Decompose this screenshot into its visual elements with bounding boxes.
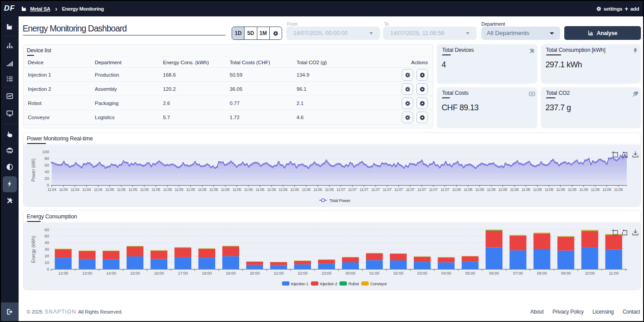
svg-text:11:06: 11:06 [279,187,287,192]
svg-text:11:07: 11:07 [394,187,403,192]
svg-text:11:05: 11:05 [105,187,114,192]
svg-text:17:00: 17:00 [178,271,187,275]
svg-text:60: 60 [44,227,49,232]
svg-text:18:00: 18:00 [202,271,211,275]
svg-text:11:06: 11:06 [267,187,276,192]
svg-text:40: 40 [44,240,49,245]
svg-text:11:07: 11:07 [360,187,369,192]
svg-text:00:00: 00:00 [345,271,355,275]
svg-text:11:08: 11:08 [533,187,542,192]
svg-text:11:08: 11:08 [556,187,565,192]
svg-text:11:07: 11:07 [440,187,449,192]
svg-text:Total Power: Total Power [330,198,351,203]
svg-text:11:08: 11:08 [452,187,461,192]
svg-text:11:05: 11:05 [198,187,206,192]
svg-text:13:00: 13:00 [82,271,92,275]
svg-text:11:07: 11:07 [383,187,392,192]
svg-text:11:08: 11:08 [463,187,472,192]
svg-text:Robot: Robot [348,281,359,286]
svg-text:19:00: 19:00 [225,271,235,275]
svg-text:21:00: 21:00 [273,271,283,275]
svg-text:11:07: 11:07 [429,187,438,192]
svg-text:Injection 1: Injection 1 [291,281,308,286]
svg-text:11:06: 11:06 [325,187,334,192]
svg-text:11:06: 11:06 [290,187,299,192]
svg-text:11:09: 11:09 [614,187,623,192]
svg-text:0: 0 [47,182,49,187]
svg-text:01:00: 01:00 [369,271,379,275]
svg-text:06:00: 06:00 [489,271,499,275]
svg-text:11:08: 11:08 [487,187,496,192]
svg-text:23:00: 23:00 [322,271,331,275]
svg-text:11:06: 11:06 [221,187,229,192]
svg-text:11:04: 11:04 [82,187,91,192]
svg-text:11:07: 11:07 [417,187,426,192]
svg-text:11:05: 11:05 [128,187,137,192]
svg-text:14:00: 14:00 [106,271,116,275]
svg-text:40: 40 [44,169,49,174]
svg-text:03:00: 03:00 [417,271,427,275]
svg-text:11:08: 11:08 [475,187,484,192]
svg-text:08:00: 08:00 [537,271,547,275]
svg-text:11:05: 11:05 [163,187,172,192]
svg-text:11:09: 11:09 [567,187,576,192]
svg-text:11:04: 11:04 [59,187,68,192]
svg-text:11:00: 11:00 [609,271,618,275]
svg-text:11:07: 11:07 [406,187,415,192]
svg-text:20:00: 20:00 [249,271,259,275]
svg-text:05:00: 05:00 [465,271,475,275]
svg-text:11:05: 11:05 [209,187,218,192]
svg-text:16:00: 16:00 [154,271,163,275]
svg-text:80: 80 [44,156,49,161]
svg-text:12:00: 12:00 [58,271,68,275]
svg-text:11:05: 11:05 [140,187,149,192]
svg-text:10: 10 [44,260,49,265]
svg-text:30: 30 [44,247,49,252]
svg-text:Injection 2: Injection 2 [320,281,337,286]
svg-text:04:00: 04:00 [441,271,451,275]
svg-text:11:06: 11:06 [244,187,253,192]
svg-text:09:00: 09:00 [561,271,570,275]
svg-text:11:09: 11:09 [591,187,600,192]
svg-text:11:05: 11:05 [116,187,125,192]
svg-text:11:04: 11:04 [93,187,102,192]
svg-text:11:06: 11:06 [302,187,310,192]
svg-text:11:04: 11:04 [47,187,56,192]
svg-text:Power (kW): Power (kW) [31,159,36,182]
svg-text:11:05: 11:05 [186,187,195,192]
svg-text:11:09: 11:09 [579,187,588,192]
svg-text:11:06: 11:06 [232,187,241,192]
svg-text:11:08: 11:08 [498,187,507,192]
svg-text:50: 50 [44,233,49,238]
svg-text:11:07: 11:07 [371,187,380,192]
svg-text:100: 100 [42,149,49,154]
svg-text:22:00: 22:00 [297,271,307,275]
svg-text:0: 0 [47,267,49,272]
svg-text:10:00: 10:00 [585,271,594,275]
svg-text:Energy (kWh): Energy (kWh) [31,236,36,263]
svg-text:20: 20 [44,176,49,181]
svg-text:20: 20 [44,253,49,258]
svg-text:11:07: 11:07 [336,187,345,192]
svg-text:11:08: 11:08 [510,187,519,192]
svg-text:11:04: 11:04 [70,187,79,192]
svg-text:11:07: 11:07 [348,187,357,192]
svg-text:60: 60 [44,163,49,167]
svg-text:15:00: 15:00 [130,271,140,275]
svg-text:11:09: 11:09 [602,187,611,192]
svg-text:11:05: 11:05 [151,187,160,192]
svg-text:11:05: 11:05 [175,187,183,192]
svg-text:02:00: 02:00 [393,271,403,275]
svg-text:07:00: 07:00 [513,271,523,275]
svg-text:11:08: 11:08 [521,187,530,192]
svg-text:11:06: 11:06 [256,187,264,192]
svg-text:Conveyor: Conveyor [370,281,387,286]
svg-text:11:08: 11:08 [544,187,553,192]
svg-text:11:06: 11:06 [313,187,322,192]
